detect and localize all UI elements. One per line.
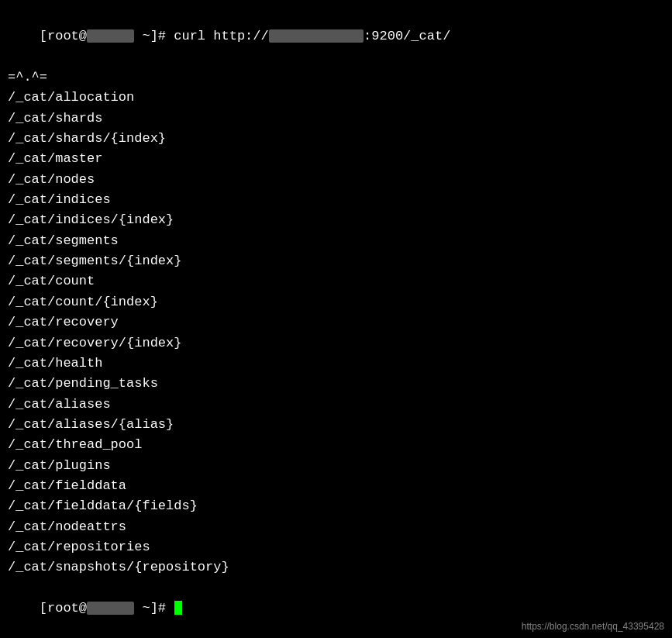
command-suffix: :9200/_cat/ xyxy=(364,29,450,43)
watermark: https://blog.csdn.net/qq_43395428 xyxy=(522,621,664,632)
final-hostname-blur xyxy=(87,602,134,615)
terminal: [root@ ~]# curl http:// :9200/_cat/ =^.^… xyxy=(0,0,672,638)
endpoint-line: /_cat/fielddata/{fields} xyxy=(8,496,664,516)
hostname-blur xyxy=(87,29,134,43)
endpoint-line: /_cat/nodeattrs xyxy=(8,517,664,537)
endpoint-line: /_cat/repositories xyxy=(8,537,664,557)
equals-line: =^.^= xyxy=(8,67,664,88)
endpoint-line: /_cat/pending_tasks xyxy=(8,374,664,394)
final-prompt-suffix: ~]# xyxy=(134,601,174,616)
endpoint-line: /_cat/nodes xyxy=(8,170,664,190)
endpoint-line: /_cat/recovery/{index} xyxy=(8,333,664,353)
endpoint-line: /_cat/indices xyxy=(8,190,664,210)
endpoints-list: /_cat/allocation/_cat/shards/_cat/shards… xyxy=(8,88,664,578)
endpoint-line: /_cat/fielddata xyxy=(8,476,664,496)
endpoint-line: /_cat/thread_pool xyxy=(8,435,664,455)
endpoint-line: /_cat/segments xyxy=(8,231,664,251)
endpoint-line: /_cat/aliases/{alias} xyxy=(8,415,664,435)
final-prompt-prefix: [root@ xyxy=(40,601,87,616)
endpoint-line: /_cat/aliases xyxy=(8,395,664,415)
command-line: [root@ ~]# curl http:// :9200/_cat/ xyxy=(8,6,664,67)
endpoint-line: /_cat/health xyxy=(8,353,664,374)
endpoint-line: /_cat/plugins xyxy=(8,456,664,476)
command: curl http:// xyxy=(174,29,268,43)
cursor xyxy=(174,601,182,615)
endpoint-line: /_cat/shards/{index} xyxy=(8,129,664,149)
ip-blur xyxy=(269,29,364,43)
prompt-prefix: [root@ xyxy=(40,29,87,43)
endpoint-line: /_cat/indices/{index} xyxy=(8,210,664,230)
endpoint-line: /_cat/shards xyxy=(8,109,664,129)
endpoint-line: /_cat/snapshots/{repository} xyxy=(8,557,664,578)
prompt-suffix: ~]# xyxy=(134,29,174,43)
endpoint-line: /_cat/count xyxy=(8,271,664,291)
endpoint-line: /_cat/recovery xyxy=(8,312,664,333)
endpoint-line: /_cat/allocation xyxy=(8,88,664,108)
endpoint-line: /_cat/count/{index} xyxy=(8,292,664,312)
endpoint-line: /_cat/segments/{index} xyxy=(8,251,664,271)
endpoint-line: /_cat/master xyxy=(8,149,664,169)
